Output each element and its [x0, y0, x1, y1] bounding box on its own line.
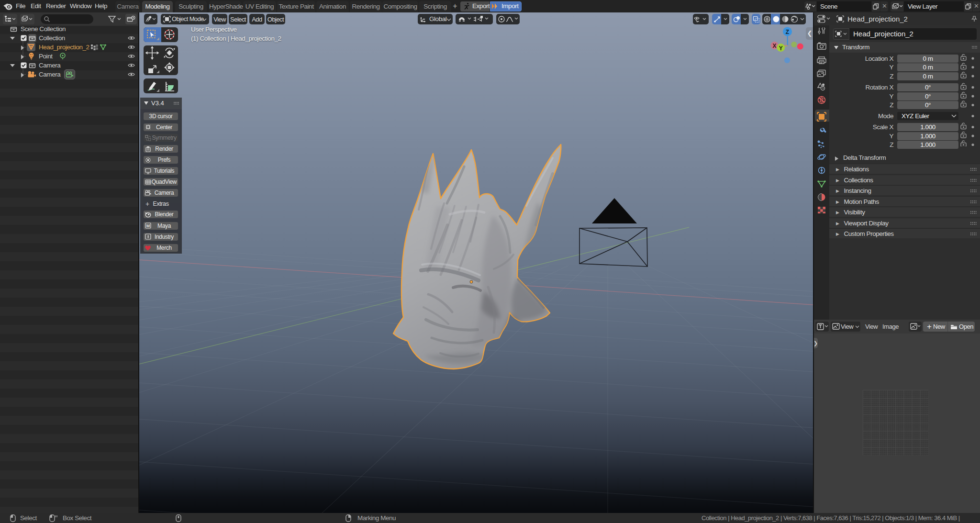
svg-text:M: M — [146, 223, 150, 228]
svg-text:X: X — [773, 43, 777, 49]
svg-text:Z: Z — [786, 29, 789, 35]
svg-text:Y: Y — [779, 45, 783, 52]
